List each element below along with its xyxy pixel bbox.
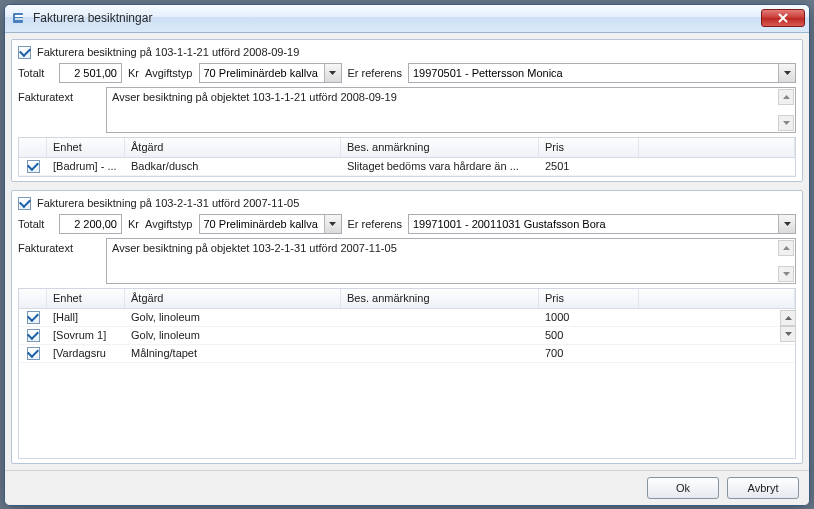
row-checkbox[interactable] — [27, 347, 40, 360]
scroll-down-icon[interactable] — [780, 326, 796, 342]
client-area: Fakturera besiktning på 103-1-1-21 utför… — [5, 33, 809, 470]
label-avgiftstyp: Avgiftstyp — [145, 67, 193, 79]
cell-pris: 500 — [539, 328, 639, 342]
panel-check-label: Fakturera besiktning på 103-1-1-21 utför… — [37, 46, 299, 58]
col-enhet[interactable]: Enhet — [47, 138, 125, 157]
invoice-panel-1: Fakturera besiktning på 103-1-1-21 utför… — [11, 39, 803, 182]
chevron-down-icon[interactable] — [778, 64, 795, 82]
table-row[interactable]: [Vardagsru Målning/tapet 700 — [19, 345, 795, 363]
dialog-footer: Ok Avbryt — [5, 470, 809, 505]
panel-amount-row: Totalt Kr Avgiftstyp 70 Preliminärdeb ka… — [18, 63, 796, 83]
col-anmarkning[interactable]: Bes. anmärkning — [341, 138, 539, 157]
referens-value: 19970501 - Pettersson Monica — [409, 67, 778, 79]
referens-select[interactable]: 19971001 - 20011031 Gustafsson Bora — [408, 214, 796, 234]
cell-enhet: [Sovrum 1] — [47, 328, 125, 342]
label-avgiftstyp: Avgiftstyp — [145, 218, 193, 230]
col-spacer — [639, 289, 795, 308]
fakturatext-row: Fakturatext Avser besiktning på objektet… — [18, 238, 796, 284]
items-table: Enhet Åtgärd Bes. anmärkning Pris [Badru… — [18, 137, 796, 177]
label-fakturatext: Fakturatext — [18, 87, 100, 103]
cell-atgard: Målning/tapet — [125, 346, 341, 360]
fakturatext-value: Avser besiktning på objektet 103-1-1-21 … — [112, 91, 397, 103]
avgiftstyp-value: 70 Preliminärdeb kallva — [200, 67, 324, 79]
cell-pris: 700 — [539, 346, 639, 360]
col-anmarkning[interactable]: Bes. anmärkning — [341, 289, 539, 308]
fakturatext-area[interactable]: Avser besiktning på objektet 103-2-1-31 … — [106, 238, 796, 284]
chevron-down-icon[interactable] — [324, 215, 341, 233]
panel-check-row: Fakturera besiktning på 103-1-1-21 utför… — [18, 46, 796, 59]
row-checkbox[interactable] — [27, 160, 40, 173]
textarea-scrollbar[interactable] — [778, 89, 794, 131]
total-input[interactable] — [59, 63, 122, 83]
col-spacer — [639, 138, 795, 157]
window-title: Fakturera besiktningar — [33, 11, 761, 25]
items-table-wrap: Enhet Åtgärd Bes. anmärkning Pris [Badru… — [18, 137, 796, 177]
col-pris[interactable]: Pris — [539, 289, 639, 308]
total-input[interactable] — [59, 214, 122, 234]
avgiftstyp-value: 70 Preliminärdeb kallva — [200, 218, 324, 230]
table-body: [Badrum] - ... Badkar/dusch Slitaget bed… — [19, 158, 795, 176]
cell-atgard: Golv, linoleum — [125, 328, 341, 342]
items-table: Enhet Åtgärd Bes. anmärkning Pris [Hall]… — [18, 288, 796, 459]
cell-anm — [341, 334, 539, 336]
items-table-wrap: Enhet Åtgärd Bes. anmärkning Pris [Hall]… — [18, 288, 796, 459]
referens-select[interactable]: 19970501 - Pettersson Monica — [408, 63, 796, 83]
svg-rect-2 — [15, 18, 23, 20]
cancel-button[interactable]: Avbryt — [727, 477, 799, 499]
label-totalt: Totalt — [18, 67, 53, 79]
titlebar[interactable]: Fakturera besiktningar — [5, 5, 809, 33]
label-er-referens: Er referens — [348, 218, 402, 230]
include-checkbox[interactable] — [18, 197, 31, 210]
table-header: Enhet Åtgärd Bes. anmärkning Pris — [19, 138, 795, 158]
cell-enhet: [Badrum] - ... — [47, 159, 125, 173]
label-er-referens: Er referens — [348, 67, 402, 79]
col-enhet[interactable]: Enhet — [47, 289, 125, 308]
svg-rect-1 — [15, 15, 23, 17]
col-check[interactable] — [19, 289, 47, 308]
label-kr: Kr — [128, 218, 139, 230]
scroll-up-icon[interactable] — [778, 89, 794, 105]
chevron-down-icon[interactable] — [324, 64, 341, 82]
referens-value: 19971001 - 20011031 Gustafsson Bora — [409, 218, 778, 230]
window-frame: Fakturera besiktningar Fakturera besiktn… — [4, 4, 810, 506]
avgiftstyp-select[interactable]: 70 Preliminärdeb kallva — [199, 63, 342, 83]
table-row[interactable]: [Sovrum 1] Golv, linoleum 500 — [19, 327, 795, 345]
table-row[interactable]: [Hall] Golv, linoleum 1000 — [19, 309, 795, 327]
ok-button[interactable]: Ok — [647, 477, 719, 499]
cell-anm: Slitaget bedöms vara hårdare än ... — [341, 159, 539, 173]
fakturatext-area[interactable]: Avser besiktning på objektet 103-1-1-21 … — [106, 87, 796, 133]
close-button[interactable] — [761, 9, 805, 27]
cell-anm — [341, 316, 539, 318]
table-scrollbar[interactable] — [780, 310, 796, 458]
cell-enhet: [Vardagsru — [47, 346, 125, 360]
panel-check-label: Fakturera besiktning på 103-2-1-31 utför… — [37, 197, 299, 209]
scroll-up-icon[interactable] — [780, 310, 796, 326]
cell-atgard: Golv, linoleum — [125, 310, 341, 324]
scroll-up-icon[interactable] — [778, 240, 794, 256]
app-icon — [11, 10, 27, 26]
cell-pris: 1000 — [539, 310, 639, 324]
table-row[interactable]: [Badrum] - ... Badkar/dusch Slitaget bed… — [19, 158, 795, 176]
avgiftstyp-select[interactable]: 70 Preliminärdeb kallva — [199, 214, 342, 234]
chevron-down-icon[interactable] — [778, 215, 795, 233]
label-fakturatext: Fakturatext — [18, 238, 100, 254]
include-checkbox[interactable] — [18, 46, 31, 59]
panel-amount-row: Totalt Kr Avgiftstyp 70 Preliminärdeb ka… — [18, 214, 796, 234]
label-kr: Kr — [128, 67, 139, 79]
invoice-panel-2: Fakturera besiktning på 103-2-1-31 utför… — [11, 190, 803, 464]
panel-check-row: Fakturera besiktning på 103-2-1-31 utför… — [18, 197, 796, 210]
col-pris[interactable]: Pris — [539, 138, 639, 157]
col-atgard[interactable]: Åtgärd — [125, 138, 341, 157]
label-totalt: Totalt — [18, 218, 53, 230]
fakturatext-row: Fakturatext Avser besiktning på objektet… — [18, 87, 796, 133]
scroll-down-icon[interactable] — [778, 266, 794, 282]
row-checkbox[interactable] — [27, 329, 40, 342]
row-checkbox[interactable] — [27, 311, 40, 324]
textarea-scrollbar[interactable] — [778, 240, 794, 282]
cell-enhet: [Hall] — [47, 310, 125, 324]
table-body: [Hall] Golv, linoleum 1000 [Sovrum 1] Go… — [19, 309, 795, 363]
col-check[interactable] — [19, 138, 47, 157]
scroll-down-icon[interactable] — [778, 115, 794, 131]
cell-anm — [341, 352, 539, 354]
col-atgard[interactable]: Åtgärd — [125, 289, 341, 308]
